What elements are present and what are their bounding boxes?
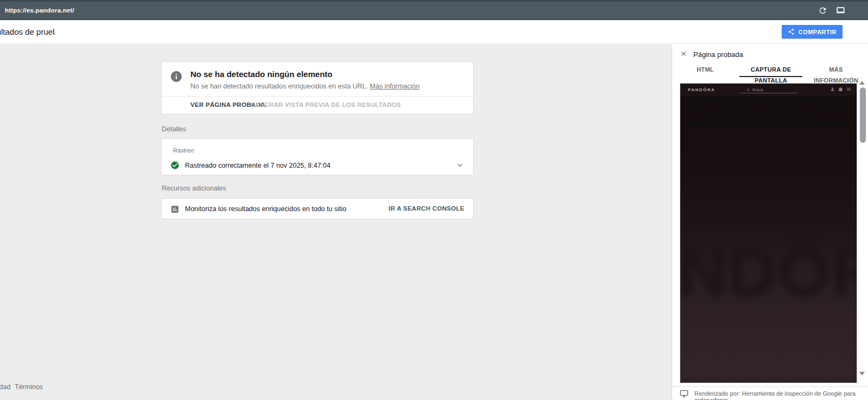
scrollbar-thumb[interactable] <box>860 87 866 143</box>
result-card: No se ha detectado ningún elemento No se… <box>161 61 474 115</box>
page-title: Resultados de prueba <box>0 27 54 38</box>
page-header: Resultados de prueba COMPARTIR <box>0 20 868 44</box>
privacy-link[interactable]: Privacidad <box>0 383 11 392</box>
panel-footer: Renderizado por: Herramienta de inspecci… <box>672 386 868 400</box>
terms-link[interactable]: Términos <box>15 383 43 391</box>
rendered-screenshot: PANDÖRA Buscar ANDÖRA <box>680 83 857 383</box>
tab-more-info[interactable]: MÁS INFORMACIÓN <box>810 64 862 77</box>
share-icon <box>788 28 795 35</box>
bar-chart-icon <box>170 205 180 214</box>
tab-screenshot[interactable]: CAPTURA DE PANTALLA <box>739 64 802 77</box>
success-check-icon <box>170 161 180 170</box>
more-info-link[interactable]: Más información <box>370 82 420 90</box>
resources-section-label: Recursos adicionales <box>162 185 226 192</box>
site-search-placeholder: Buscar <box>752 88 763 92</box>
chevron-down-icon[interactable] <box>455 161 464 170</box>
scrollbar-up-arrow[interactable] <box>859 81 865 85</box>
resources-card: Monitoriza los resultados enriquecidos e… <box>161 198 474 219</box>
url-toolbar: https://es.pandora.net/ <box>0 0 868 20</box>
result-subtitle: No se han detectado resultados enriqueci… <box>190 82 419 90</box>
refresh-icon[interactable] <box>818 6 827 15</box>
panel-tabs: HTML CAPTURA DE PANTALLA MÁS INFORMACIÓN <box>672 64 868 77</box>
search-icon <box>746 88 750 92</box>
info-icon <box>170 70 183 83</box>
pandora-logo: PANDÖRA <box>688 87 715 92</box>
details-section-label: Detalles <box>162 125 186 133</box>
crawl-status-text: Rastreado correctamente el 7 nov 2025, 8… <box>185 162 330 169</box>
monitor-icon <box>680 389 688 398</box>
tested-page-panel: Página probada HTML CAPTURA DE PANTALLA … <box>672 45 868 400</box>
preview-results-button[interactable]: GENERAR VISTA PREVIA DE LOS RESULTADOS <box>251 101 401 108</box>
tested-url: https://es.pandora.net/ <box>5 7 74 14</box>
scrollbar-down-arrow[interactable] <box>859 372 865 376</box>
crawl-card: Rastreo Rastreado correctamente el 7 nov… <box>161 138 474 175</box>
panel-title: Página probada <box>693 50 743 59</box>
share-button[interactable]: COMPARTIR <box>782 25 843 39</box>
shopping-bag-icon <box>838 87 843 92</box>
monitor-rich-results-text: Monitoriza los resultados enriquecidos e… <box>185 205 346 213</box>
site-search-field: Buscar <box>740 86 797 93</box>
rendered-by-text: Renderizado por: Herramienta de inspecci… <box>694 390 868 400</box>
menu-icon <box>846 87 851 92</box>
crawl-status-row[interactable]: Rastreado correctamente el 7 nov 2025, 8… <box>162 158 473 174</box>
main-content: No se ha detectado ningún elemento No se… <box>0 45 672 400</box>
go-to-search-console-link[interactable]: IR A SEARCH CONSOLE <box>388 205 464 212</box>
tab-html[interactable]: HTML <box>688 64 722 77</box>
account-icon <box>830 87 835 92</box>
close-icon[interactable] <box>680 50 687 58</box>
crawl-label: Rastreo <box>173 147 194 154</box>
pandora-watermark: ANDÖRA <box>680 232 857 311</box>
device-desktop-icon[interactable] <box>836 6 845 15</box>
screenshot-hero-image: ANDÖRA <box>680 97 857 383</box>
result-title: No se ha detectado ningún elemento <box>190 69 333 79</box>
screenshot-site-header: PANDÖRA Buscar <box>680 84 857 97</box>
